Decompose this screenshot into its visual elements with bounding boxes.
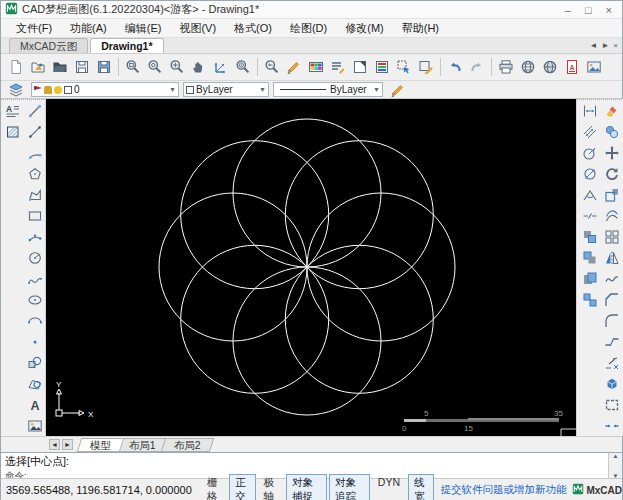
edit-brush-icon[interactable] xyxy=(415,56,437,78)
copy-icon[interactable] xyxy=(602,123,621,141)
polygon-icon[interactable] xyxy=(25,165,44,183)
scroll-up-icon[interactable]: ▲ xyxy=(613,453,619,459)
ellipse-arc-icon[interactable] xyxy=(25,312,44,330)
layer-select[interactable]: 0 ▼ xyxy=(31,82,179,97)
rotate-icon[interactable] xyxy=(602,165,621,183)
web-cloud-icon[interactable] xyxy=(539,56,561,78)
chamfer-icon[interactable] xyxy=(602,291,621,309)
dim-angular-icon[interactable] xyxy=(580,186,599,204)
tab-scroll-right-icon[interactable]: ► xyxy=(601,41,609,50)
move-icon[interactable] xyxy=(602,144,621,162)
layout-next-icon[interactable]: ► xyxy=(62,439,73,450)
zoom-dynamic-icon[interactable] xyxy=(144,56,166,78)
save-style-icon[interactable] xyxy=(371,56,393,78)
erase-icon[interactable] xyxy=(602,102,621,120)
ucs-axes-icon[interactable] xyxy=(210,56,232,78)
line-icon[interactable] xyxy=(25,102,44,120)
close-icon[interactable]: × xyxy=(606,2,612,18)
status-toggle-6[interactable]: 线宽 xyxy=(408,474,434,500)
feedback-link[interactable]: 提交软件问题或增加新功能 xyxy=(440,483,566,497)
open-drawing-icon[interactable] xyxy=(27,56,49,78)
dim-linear-icon[interactable] xyxy=(580,102,599,120)
single-text-icon[interactable]: A xyxy=(25,396,44,414)
status-toggle-1[interactable]: 正交 xyxy=(229,474,255,500)
menu-item-1[interactable]: 功能(A) xyxy=(61,19,116,38)
web-publish-icon[interactable] xyxy=(517,56,539,78)
menu-item-2[interactable]: 编辑(E) xyxy=(116,19,171,38)
drawing-canvas[interactable]: Y X 535 015 xyxy=(46,99,576,436)
layout-tab-0[interactable]: 模型 xyxy=(77,438,125,452)
print-icon[interactable] xyxy=(495,56,517,78)
new-file-icon[interactable] xyxy=(5,56,27,78)
color-palette-icon[interactable] xyxy=(305,56,327,78)
zoom-previous-icon[interactable] xyxy=(261,56,283,78)
tab-scroll-left-icon[interactable]: ◄ xyxy=(589,41,597,50)
doc-tab-1[interactable]: Drawing1* xyxy=(90,38,163,53)
ellipse-icon[interactable] xyxy=(25,291,44,309)
redo-icon[interactable] xyxy=(466,56,488,78)
spline-icon[interactable] xyxy=(25,270,44,288)
paste-clip-icon[interactable] xyxy=(580,270,599,288)
layer-manager-icon[interactable] xyxy=(5,79,27,101)
zoom-extents-icon[interactable] xyxy=(166,56,188,78)
rectangle-icon[interactable] xyxy=(25,207,44,225)
solid-3d-icon[interactable] xyxy=(602,375,621,393)
fillet-icon[interactable] xyxy=(602,312,621,330)
dim-aligned-icon[interactable] xyxy=(580,123,599,141)
save-icon[interactable] xyxy=(71,56,93,78)
text-style-icon[interactable]: A xyxy=(3,102,22,120)
minimize-icon[interactable]: – xyxy=(565,2,571,18)
select-object-icon[interactable] xyxy=(393,56,415,78)
status-toggle-4[interactable]: 对象追踪 xyxy=(329,474,370,500)
text-style-lines-icon[interactable] xyxy=(327,56,349,78)
circle-icon[interactable] xyxy=(25,249,44,267)
dim-diameter-icon[interactable] xyxy=(580,165,599,183)
save-as-icon[interactable] xyxy=(93,56,115,78)
insert-block-icon[interactable] xyxy=(25,354,44,372)
paste-block-icon[interactable] xyxy=(580,291,599,309)
explode-icon[interactable] xyxy=(602,354,621,372)
zoom-window-icon[interactable] xyxy=(122,56,144,78)
break-icon[interactable] xyxy=(602,333,621,351)
region-icon[interactable] xyxy=(602,396,621,414)
construction-line-icon[interactable] xyxy=(25,123,44,141)
arc-3point-icon[interactable] xyxy=(25,228,44,246)
raster-image-icon[interactable] xyxy=(25,417,44,435)
layout-prev-icon[interactable]: ◄ xyxy=(49,439,60,450)
draw-pencil-icon[interactable]: 2 xyxy=(283,56,305,78)
status-toggle-0[interactable]: 栅格 xyxy=(201,474,227,500)
menu-item-5[interactable]: 绘图(D) xyxy=(281,19,336,38)
zoom-circle-icon[interactable] xyxy=(232,56,254,78)
array-icon[interactable] xyxy=(602,228,621,246)
linetype-select[interactable]: ByLayer ▼ xyxy=(273,82,383,97)
status-toggle-2[interactable]: 极轴 xyxy=(258,474,284,500)
open-folder-icon[interactable] xyxy=(49,56,71,78)
cut-clip-icon[interactable] xyxy=(580,249,599,267)
dim-radius-icon[interactable] xyxy=(580,144,599,162)
menu-item-4[interactable]: 格式(O) xyxy=(225,19,281,38)
page-setup-icon[interactable] xyxy=(349,56,371,78)
tab-close-icon[interactable]: × xyxy=(613,41,618,50)
menu-item-0[interactable]: 文件(F) xyxy=(7,19,61,38)
hatch-icon[interactable] xyxy=(3,123,22,141)
pan-icon[interactable] xyxy=(188,56,210,78)
join-icon[interactable] xyxy=(602,417,621,435)
color-select[interactable]: ByLayer ▼ xyxy=(183,82,269,97)
mirror-icon[interactable] xyxy=(602,249,621,267)
edit-spline-icon[interactable] xyxy=(602,270,621,288)
status-toggle-5[interactable]: DYN xyxy=(372,474,406,500)
layout-tab-2[interactable]: 布局2 xyxy=(161,438,214,452)
arc-icon[interactable] xyxy=(25,144,44,162)
command-scrollbar[interactable]: ▲ ▼ xyxy=(608,453,622,479)
copy-clip-icon[interactable] xyxy=(580,228,599,246)
export-pdf-icon[interactable]: A xyxy=(561,56,583,78)
wipeout-icon[interactable] xyxy=(25,375,44,393)
draw-order-icon[interactable]: 2 xyxy=(387,79,409,101)
doc-tab-0[interactable]: MxCAD云图 xyxy=(9,38,88,53)
scale-icon[interactable] xyxy=(602,186,621,204)
menu-item-3[interactable]: 视图(V) xyxy=(170,19,225,38)
dim-break-icon[interactable] xyxy=(580,207,599,225)
menu-item-6[interactable]: 修改(M) xyxy=(336,19,393,38)
offset-icon[interactable] xyxy=(602,207,621,225)
status-toggle-3[interactable]: 对象捕捉 xyxy=(286,474,327,500)
